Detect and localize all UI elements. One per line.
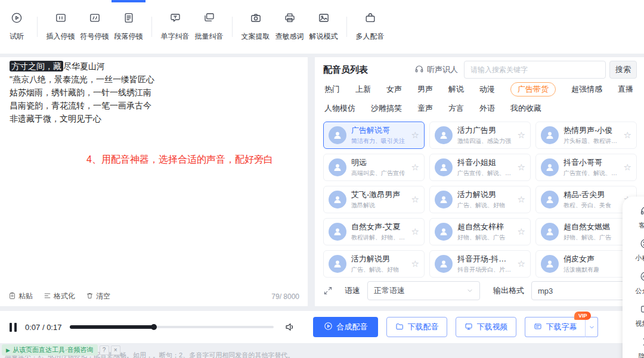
voice-card[interactable]: 广告解说哥 简洁有力、吸引关注 ☆	[323, 122, 425, 149]
mini-program-button[interactable]: 小程序	[623, 234, 644, 267]
main-toolbar: 试听 插入停顿 符号停顿 段落停顿 单字纠音 批量纠音 文案提取	[0, 0, 644, 54]
category-tab[interactable]: 上新	[355, 82, 371, 96]
voice-card[interactable]: 活力广告男 激情四溢、感染力强 ☆	[429, 122, 531, 149]
voice-avatar-icon	[329, 223, 346, 241]
voice-avatar-icon	[541, 255, 559, 273]
single-word-correct-button[interactable]: 单字纠音	[158, 12, 192, 42]
speed-select[interactable]: 正常语速	[367, 281, 480, 300]
category-tab[interactable]: 直播	[618, 82, 633, 96]
synthesize-button[interactable]: 合成配音	[313, 317, 378, 337]
output-format-select[interactable]: mp3	[531, 281, 637, 300]
star-favorite-icon[interactable]: ☆	[518, 194, 525, 205]
category-tab[interactable]: 广告带货	[510, 82, 556, 96]
star-favorite-icon[interactable]: ☆	[411, 226, 419, 237]
customer-service-button[interactable]: 客服	[623, 201, 644, 234]
clear-button[interactable]: 清空	[86, 291, 110, 301]
download-subtitle-button[interactable]: 下载字幕	[525, 317, 585, 337]
voice-card[interactable]: 超自然女燃燃 好物、解说、广告 ☆	[535, 218, 637, 245]
red-annotation-text: 4、用配音神器，选择合适的声音，配好旁白	[86, 154, 273, 166]
search-input[interactable]	[464, 61, 606, 79]
play-icon: ▶	[6, 347, 10, 353]
voice-card[interactable]: 自然女声-艾夏 教程讲解、好物、阅读 ☆	[323, 218, 425, 245]
voice-desc: 好物、解说、广告	[457, 234, 514, 242]
star-favorite-icon[interactable]: ☆	[411, 194, 419, 205]
voice-card[interactable]: 活力解说男 广告、解说、好物 ☆	[323, 250, 425, 278]
star-favorite-icon[interactable]: ☆	[411, 259, 419, 269]
voice-card[interactable]: 抖音开场-抖女郎 抖音开场旁白、片头标题 ☆	[429, 250, 531, 278]
voice-meta: 超自然女燃燃 好物、解说、广告	[564, 222, 620, 242]
voice-avatar-icon	[541, 191, 559, 208]
audition-button[interactable]: 试听	[2, 12, 31, 42]
paragraph-pause-button[interactable]: 段落停顿	[112, 12, 145, 42]
voice-recognize-button[interactable]: 听声识人	[414, 64, 458, 76]
download-subtitle-label: 下载字幕	[546, 322, 577, 332]
download-audio-button[interactable]: 下载配音	[386, 317, 447, 337]
category-tab[interactable]: 热门	[324, 82, 340, 96]
format-button[interactable]: 格式化	[44, 291, 75, 301]
help-icon[interactable]: ?	[100, 345, 109, 355]
voice-card[interactable]: 明远 高端叫卖、广告宣传 ☆	[323, 154, 425, 181]
official-account-button[interactable]: 公众号	[623, 267, 644, 300]
voice-card[interactable]: 精品-舌尖男 教程、旁白、美食 ☆	[535, 186, 637, 213]
pause-icon[interactable]	[10, 323, 17, 332]
toolbar-divider	[232, 17, 233, 37]
expand-icon[interactable]	[323, 286, 333, 295]
speed-value: 正常语速	[374, 285, 405, 296]
star-favorite-icon[interactable]: ☆	[518, 259, 525, 269]
star-favorite-icon[interactable]: ☆	[518, 130, 525, 141]
subtitle-dropdown-button[interactable]	[585, 317, 598, 337]
star-favorite-icon[interactable]: ☆	[518, 162, 525, 173]
voice-card[interactable]: 活力解说男 广告、解说、好物 ☆	[429, 186, 531, 213]
voice-card[interactable]: 俏皮女声 活泼幽默有趣 ☆	[535, 250, 637, 278]
voice-card[interactable]: 抖音小姐姐 广告宣传、解说、旁白 ☆	[429, 154, 531, 181]
voice-meta: 活力解说男 广告、解说、好物	[351, 254, 408, 274]
star-favorite-icon[interactable]: ☆	[518, 226, 525, 237]
narration-mode-button[interactable]: 解说模式	[306, 12, 340, 42]
voice-card[interactable]: 抖音小哥哥 广告宣传、解说、旁白 ☆	[535, 154, 637, 181]
category-tab[interactable]: 动漫	[479, 82, 495, 96]
promo-link[interactable]: ▶ 从该页面直达工具·音频咨询	[2, 344, 98, 356]
voice-avatar-icon	[541, 223, 559, 241]
chevron-down-icon	[466, 287, 473, 294]
voice-desc: 广告、解说、好物	[457, 201, 514, 210]
category-tab[interactable]: 人物模仿	[324, 101, 355, 116]
star-favorite-icon[interactable]: ☆	[624, 162, 631, 173]
multi-voice-button[interactable]: 多人配音	[353, 12, 387, 42]
editor-text-area[interactable]: 方寸之间，藏尽华夏山河 "燕京八绝，景泰流光，一丝一缕皆匠心 姑苏烟雨，绣针藏韵…	[10, 60, 298, 125]
category-tab[interactable]: 我的收藏	[510, 101, 541, 116]
star-favorite-icon[interactable]: ☆	[411, 130, 419, 141]
volume-icon[interactable]	[284, 322, 295, 332]
search-button[interactable]: 搜索	[609, 61, 637, 79]
voice-name: 超自然女燃燃	[564, 222, 620, 232]
category-tab[interactable]: 超强情感	[571, 82, 602, 96]
voice-card[interactable]: 艾飞-激昂男声 激昂解说 ☆	[323, 186, 425, 213]
download-video-button[interactable]: 下载视频	[456, 317, 516, 337]
category-tab[interactable]: 解说	[448, 82, 464, 96]
category-tab[interactable]: 方言	[448, 101, 464, 116]
insert-pause-button[interactable]: 插入停顿	[44, 12, 78, 42]
close-icon[interactable]: ×	[111, 345, 120, 355]
sensitive-words-button[interactable]: 查敏感词	[273, 12, 306, 42]
voice-card[interactable]: 超自然女梓梓 好物、解说、广告 ☆	[429, 218, 531, 245]
star-favorite-icon[interactable]: ☆	[411, 162, 419, 173]
category-tab[interactable]: 沙雕搞笑	[371, 101, 402, 116]
category-tab[interactable]: 外语	[479, 101, 495, 116]
copy-extract-button[interactable]: 文案提取	[239, 12, 273, 42]
speed-label: 语速	[345, 285, 360, 296]
video-channel-button[interactable]: 视频号	[623, 300, 644, 332]
progress-bar[interactable]	[70, 326, 274, 328]
batch-correct-button[interactable]: 批量纠音	[192, 12, 226, 42]
voice-card[interactable]: 热情男声-小俊 片头标题、教程讲解、游.. ☆	[535, 122, 637, 149]
hide-sidebar-button[interactable]: 隐藏	[623, 332, 644, 358]
voice-meta: 超自然女梓梓 好物、解说、广告	[457, 222, 514, 242]
progress-handle[interactable]	[151, 324, 157, 330]
symbol-pause-button[interactable]: 符号停顿	[78, 12, 112, 42]
star-favorite-icon[interactable]: ☆	[624, 130, 631, 141]
hide-icon	[640, 337, 644, 350]
voice-recognize-label: 听声识人	[427, 64, 458, 75]
category-tab[interactable]: 男声	[417, 82, 433, 96]
paste-button[interactable]: 粘贴	[8, 291, 33, 301]
toolbar-divider	[346, 17, 347, 37]
category-tab[interactable]: 女声	[386, 82, 402, 96]
category-tab[interactable]: 童声	[417, 101, 433, 116]
